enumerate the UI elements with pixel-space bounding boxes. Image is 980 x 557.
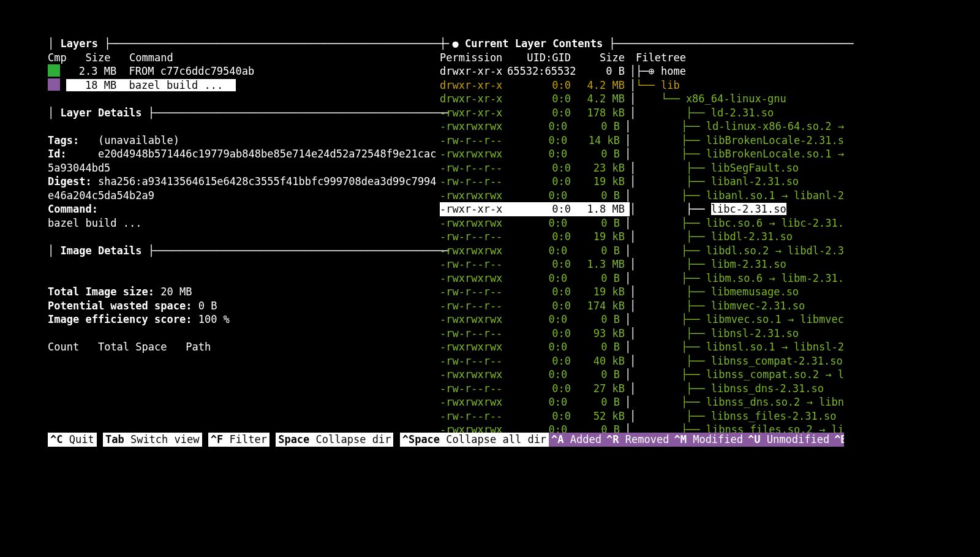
filetree-row[interactable]: -rwxrwxrwx0:00 B│ ├── ld-linux-x86-64.so… — [440, 119, 844, 134]
layers-header: Cmp Size Command — [48, 51, 440, 65]
filetree-row[interactable]: -rwxrwxrwx0:00 B│ ├── libnss_compat.so.2… — [440, 368, 844, 382]
filetree-row[interactable]: drwxr-xr-x65532:655320 B│├─⊕ home — [440, 64, 844, 78]
filetree-row[interactable]: -rw-r--r--0:0174 kB│ ├── libmvec-2.31.so — [440, 299, 844, 313]
key-collapse-dir[interactable]: Space Collapse dir — [276, 433, 393, 447]
key-removed[interactable]: ^R Removed — [604, 433, 671, 447]
filetree-row[interactable]: -rw-r--r--0:019 kB│ ├── libdl-2.31.so — [440, 230, 844, 244]
image-details-title: │ Image Details ├───────────────────────… — [48, 244, 440, 258]
filetree-row[interactable]: -rw-r--r--0:014 kB│ ├── libBrokenLocale-… — [440, 134, 844, 148]
contents-pane-title: │ ● Current Layer Contents ├────────────… — [440, 37, 844, 51]
filetree-row[interactable]: -rw-r--r--0:01.3 MB│ ├── libm-2.31.so — [440, 257, 844, 271]
filetree-row[interactable]: drwxr-xr-x0:04.2 MB│└── lib — [440, 78, 844, 93]
filetree-row[interactable]: -rwxrwxrwx0:00 B│ ├── libdl.so.2 → libdl… — [440, 244, 844, 258]
filetree-row[interactable]: -rw-r--r--0:040 kB│ ├── libnss_compat-2.… — [440, 354, 844, 368]
image-efficiency: Image efficiency score: 100 % — [48, 313, 440, 327]
key-collapse-all[interactable]: ^Space Collapse all dir — [400, 433, 549, 447]
detail-digest: Digest: sha256:a93413564615e6428c3555f41… — [48, 175, 440, 202]
layer-row[interactable]: 18 MB bazel build ... — [48, 78, 440, 93]
filetree-row[interactable]: -rwxrwxrwx0:00 B│ ├── libmvec.so.1 → lib… — [440, 313, 844, 327]
detail-id: Id: e20d4948b571446c19779ab848be85e714e2… — [48, 147, 440, 175]
filetree-row[interactable]: -rw-r--r--0:019 kB│ ├── libmemusage.so — [440, 285, 844, 299]
key-unmodified[interactable]: ^U Unmodified — [745, 433, 832, 447]
filetree-row[interactable]: -rw-r--r--0:019 kB│ ├── libanl-2.31.so — [440, 175, 844, 189]
filetree-row[interactable]: -rwxr-xr-x0:01.8 MB│ ├── libc-2.31.so — [440, 202, 844, 216]
key-modified[interactable]: ^M Modified — [671, 433, 745, 447]
filetree-row[interactable]: drwxr-xr-x0:04.2 MB│ └── x86_64-linux-gn… — [440, 92, 844, 106]
cmp-swatch — [48, 78, 60, 91]
layers-pane-title: │ Layers ├──────────────────────────────… — [48, 37, 440, 51]
filetree-row[interactable]: -rw-r--r--0:052 kB│ ├── libnss_files-2.3… — [440, 409, 844, 423]
key-filter[interactable]: ^F Filter — [208, 433, 270, 447]
key-attr[interactable]: ^B Attr — [832, 433, 844, 447]
layer-details-title: │ Layer Details ├───────────────────────… — [48, 106, 440, 120]
cmp-swatch — [48, 64, 60, 77]
detail-command-value: bazel build ... — [48, 216, 440, 230]
detail-tags: Tags: (unavailable) — [48, 134, 440, 148]
layer-row[interactable]: 2.3 MB FROM c77c6ddc79540ab — [48, 64, 440, 78]
contents-header: PermissionUID:GIDSize Filetree — [440, 51, 844, 65]
filetree-row[interactable]: -rwxrwxrwx0:00 B│ ├── libanl.so.1 → liba… — [440, 189, 844, 203]
image-total-size: Total Image size: 20 MB — [48, 285, 440, 299]
key-tab[interactable]: Tab Switch view — [103, 433, 202, 447]
footer-keybar: ^C Quit Tab Switch view ^F Filter Space … — [48, 433, 844, 447]
filetree-row[interactable]: -rw-r--r--0:093 kB│ ├── libnsl-2.31.so — [440, 327, 844, 341]
filetree-row[interactable]: -rwxrwxrwx0:00 B│ ├── libBrokenLocale.so… — [440, 147, 844, 161]
detail-command-label: Command: — [48, 202, 440, 216]
filetree-row[interactable]: -rwxrwxrwx0:00 B│ ├── libnsl.so.1 → libn… — [440, 340, 844, 354]
image-wasted: Potential wasted space: 0 B — [48, 299, 440, 313]
key-added[interactable]: ^A Added — [549, 433, 604, 447]
filetree-row[interactable]: -rw-r--r--0:027 kB│ ├── libnss_dns-2.31.… — [440, 382, 844, 396]
filetree-row[interactable]: -rw-r--r--0:023 kB│ ├── libSegFault.so — [440, 161, 844, 175]
key-quit[interactable]: ^C Quit — [48, 433, 97, 447]
wasted-table-header: Count Total Space Path — [48, 340, 440, 354]
filetree-row[interactable]: -rwxr-xr-x0:0178 kB│ ├── ld-2.31.so — [440, 106, 844, 120]
filetree-row[interactable]: -rwxrwxrwx0:00 B│ ├── libnss_dns.so.2 → … — [440, 395, 844, 409]
filetree-row[interactable]: -rwxrwxrwx0:00 B│ ├── libc.so.6 → libc-2… — [440, 216, 844, 230]
filetree-row[interactable]: -rwxrwxrwx0:00 B│ ├── libm.so.6 → libm-2… — [440, 271, 844, 286]
